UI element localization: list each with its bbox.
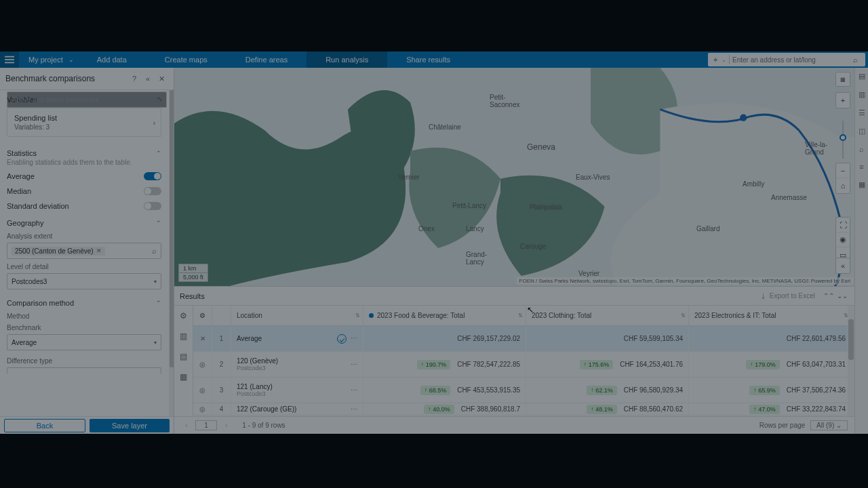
benchmark-panel: Benchmark comparisons ? « ✕ Variables⌃ S… xyxy=(0,68,174,434)
tab-chart-line[interactable]: ▤ xyxy=(174,346,193,367)
row-menu-icon[interactable]: ⋯ xyxy=(351,386,357,394)
rail-legend-icon[interactable]: ▥ xyxy=(859,90,865,99)
zoom-slider[interactable] xyxy=(842,121,844,159)
expand-down-icon[interactable]: ⌄⌄ xyxy=(835,292,849,300)
chevron-up-icon: ⌃ xyxy=(156,96,161,103)
benchmark-icon[interactable] xyxy=(337,334,347,344)
sort-icon[interactable]: ⇅ xyxy=(681,312,686,319)
section-statistics[interactable]: Statistics⌃ xyxy=(7,149,161,157)
row-select[interactable]: ◎ xyxy=(193,352,212,377)
sort-icon[interactable]: ⇅ xyxy=(355,312,360,319)
table-row[interactable]: ◎3121 (Lancy)Postcode3⋯↑68.5%CHF 453,553… xyxy=(193,378,854,403)
col-tools[interactable]: ⚙ xyxy=(193,306,212,325)
nav-define-areas[interactable]: Define areas xyxy=(226,52,307,68)
basemap-button[interactable]: ▦ xyxy=(835,72,850,87)
rail-search-icon[interactable]: ⌕ xyxy=(859,145,864,153)
export-excel-button[interactable]: ⭳Export to Excel xyxy=(760,292,815,300)
row-menu-icon[interactable]: ⋯ xyxy=(351,334,357,344)
save-layer-button[interactable]: Save layer xyxy=(90,419,170,432)
extent-chip[interactable]: 2500 (Canton de Genève)✕ xyxy=(12,247,105,256)
next-page-button[interactable]: › xyxy=(221,422,231,429)
close-icon[interactable]: ✕ xyxy=(155,75,168,83)
help-icon[interactable]: ? xyxy=(127,75,141,83)
stat-stddev-label: Standard deviation xyxy=(7,202,69,210)
rail-list-icon[interactable]: ≡ xyxy=(859,163,863,171)
chevron-up-icon: ⌃ xyxy=(156,150,161,157)
col-food-beverage[interactable]: 2023 Food & Beverage: Total⇅ xyxy=(363,306,526,325)
row-select[interactable]: ✕ xyxy=(193,326,212,351)
variable-list-card[interactable]: Spending list Variables: 3 › xyxy=(7,108,161,137)
back-button[interactable]: Back xyxy=(4,419,85,432)
default-extent-button[interactable]: ⛶ xyxy=(836,218,850,232)
results-scrollbar-thumb[interactable] xyxy=(848,319,854,360)
analysis-extent-input[interactable]: 2500 (Canton de Genève)✕ ⌕ xyxy=(7,243,161,259)
level-of-detail-select[interactable]: Postcodes3▾ xyxy=(7,273,161,289)
nav-run-analysis[interactable]: Run analysis xyxy=(307,52,387,68)
rail-overview-icon[interactable]: ◫ xyxy=(859,127,865,136)
chevron-down-icon: ▾ xyxy=(154,279,157,285)
chevron-down-icon: ▾ xyxy=(154,340,157,346)
address-input[interactable] xyxy=(732,56,853,64)
tab-table[interactable]: ▦ xyxy=(174,367,193,387)
page-number[interactable]: 1 xyxy=(195,420,217,430)
percent-badge: ↑179.0% xyxy=(746,360,780,369)
chevron-down-icon[interactable]: ⌄ xyxy=(722,57,726,63)
svg-rect-2 xyxy=(5,62,14,64)
results-panel: Results ⭳Export to Excel ⌃⌃ ⌄⌄ ⚙ ▥ ▤ ▦ xyxy=(174,286,854,434)
pin-icon: ⌖ xyxy=(709,56,722,64)
table-row[interactable]: ◎4122 (Carouge (GE))⋯↑40.0%CHF 388,960,8… xyxy=(193,403,854,415)
rail-bookmark-icon[interactable]: ☰ xyxy=(859,108,865,117)
address-search: ⌖ ⌄ ⌕ xyxy=(708,53,865,66)
menu-button[interactable] xyxy=(0,52,19,68)
search-icon[interactable]: ⌕ xyxy=(853,56,864,64)
percent-badge: ↑40.0% xyxy=(424,405,454,414)
chip-remove-icon[interactable]: ✕ xyxy=(96,247,102,254)
row-menu-icon[interactable]: ⋯ xyxy=(351,361,357,368)
nav-add-data[interactable]: Add data xyxy=(78,52,146,68)
zoom-out-button[interactable]: − xyxy=(836,163,850,178)
toggle-stddev[interactable] xyxy=(144,202,161,210)
col-location[interactable]: Location⇅ xyxy=(231,306,363,325)
sort-icon[interactable]: ⇅ xyxy=(518,312,523,319)
nav-create-maps[interactable]: Create maps xyxy=(146,52,226,68)
col-electronics[interactable]: 2023 Electronics & IT: Total⇅ xyxy=(689,306,852,325)
table-row[interactable]: ◎2120 (Genève)Postcode3⋯↑190.7%CHF 782,5… xyxy=(193,352,854,378)
rows-per-page-label: Rows per page xyxy=(760,422,805,429)
col-clothing[interactable]: 2023 Clothing: Total⇅ xyxy=(526,306,689,325)
table-row[interactable]: ✕1Average⋯CHF 269,157,229.02CHF 59,599,1… xyxy=(193,326,854,352)
project-dropdown[interactable]: My project⌄ xyxy=(19,52,78,68)
svg-rect-0 xyxy=(5,56,14,58)
section-variables[interactable]: Variables⌃ xyxy=(7,96,161,104)
benchmark-select[interactable]: Average▾ xyxy=(7,334,161,350)
section-geography[interactable]: Geography⌃ xyxy=(7,219,161,227)
percent-badge: ↑190.7% xyxy=(417,360,451,369)
stat-average-label: Average xyxy=(7,172,35,180)
prev-page-button[interactable]: ‹ xyxy=(181,422,191,429)
map-canvas[interactable]: Geneva Petit- Saconnex Châtelaine Vernie… xyxy=(174,68,854,286)
scrollbar-thumb[interactable] xyxy=(170,90,174,367)
row-menu-icon[interactable]: ⋯ xyxy=(351,405,357,413)
map-scale: 1 km 5,000 ft xyxy=(178,264,208,282)
toggle-median[interactable] xyxy=(144,187,161,195)
row-select[interactable]: ◎ xyxy=(193,403,212,415)
section-comparison[interactable]: Comparison method⌃ xyxy=(7,299,161,307)
percent-badge: ↑47.0% xyxy=(749,405,780,414)
tab-chart-bar[interactable]: ▥ xyxy=(174,326,193,346)
locate-button[interactable]: ◉ xyxy=(836,232,850,247)
row-select[interactable]: ◎ xyxy=(193,378,212,403)
previous-extent-button[interactable]: « xyxy=(836,258,850,273)
rows-per-page-select[interactable]: All (9) ⌄ xyxy=(810,420,848,430)
zoom-in-button[interactable]: + xyxy=(836,93,850,108)
collapse-up-icon[interactable]: ⌃⌃ xyxy=(822,292,835,300)
tab-filter[interactable]: ⚙ xyxy=(174,306,193,326)
rail-basemap-icon[interactable]: ▦ xyxy=(859,180,865,189)
rail-layers-icon[interactable]: ▤ xyxy=(859,72,865,81)
home-button[interactable]: ⌂ xyxy=(836,178,850,193)
percent-badge: ↑65.9% xyxy=(749,386,780,395)
svg-rect-1 xyxy=(5,59,14,60)
nav-share-results[interactable]: Share results xyxy=(387,52,469,68)
panel-title: Benchmark comparisons xyxy=(5,74,95,83)
search-icon[interactable]: ⌕ xyxy=(152,247,157,255)
toggle-average[interactable] xyxy=(144,172,161,180)
collapse-icon[interactable]: « xyxy=(141,75,155,83)
